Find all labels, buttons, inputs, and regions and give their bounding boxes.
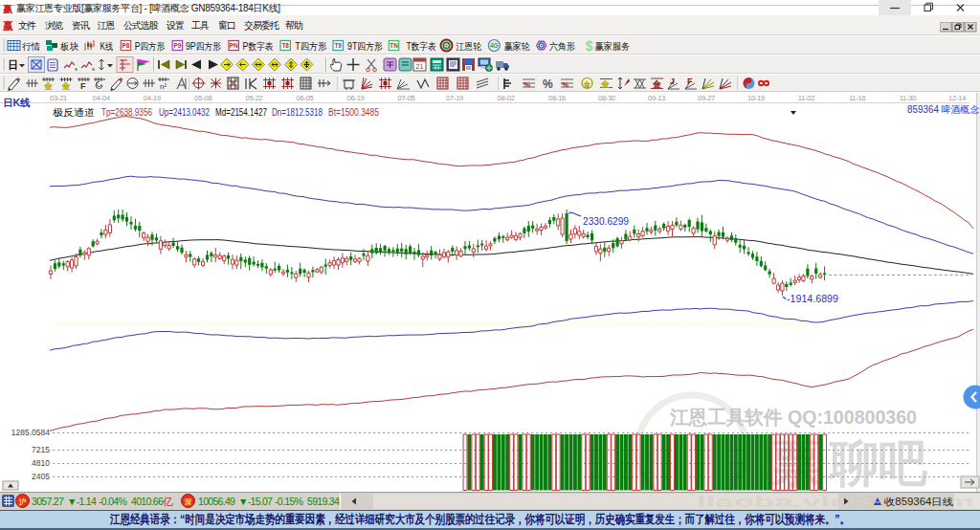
svg-text:4G: 4G: [490, 42, 499, 49]
svg-text:03-21: 03-21: [50, 94, 67, 102]
svg-text:06-19: 06-19: [346, 94, 364, 102]
svg-text:Md=2154.1427: Md=2154.1427: [215, 107, 267, 118]
svg-text:P数字表: P数字表: [243, 41, 274, 52]
svg-text:%: %: [562, 80, 568, 89]
svg-text:9T四方形: 9T四方形: [347, 41, 383, 52]
svg-text:%: %: [543, 77, 553, 91]
svg-text:n²: n²: [160, 82, 167, 91]
svg-text:▼-1.14: ▼-1.14: [67, 496, 97, 507]
svg-text:F: F: [80, 81, 86, 91]
svg-text:TN: TN: [390, 42, 398, 49]
svg-text:金: 金: [61, 81, 72, 91]
svg-text:-0.04%: -0.04%: [99, 496, 126, 507]
svg-text:5919.34: 5919.34: [307, 496, 340, 507]
svg-text:深: 深: [184, 497, 192, 506]
svg-text:亿: 亿: [163, 496, 173, 507]
svg-text:P8: P8: [122, 42, 130, 49]
svg-text:J: J: [670, 77, 675, 86]
svg-text:日K线: 日K线: [3, 97, 31, 108]
svg-text:07-05: 07-05: [397, 94, 414, 102]
svg-text:2405: 2405: [32, 472, 50, 481]
svg-text:T9: T9: [334, 42, 342, 49]
svg-text:09-27: 09-27: [698, 94, 715, 102]
svg-text:赢家轮: 赢家轮: [504, 41, 530, 52]
svg-text:11-30: 11-30: [900, 94, 917, 102]
svg-text:Up=2413.0432: Up=2413.0432: [159, 107, 210, 118]
svg-text:4010.66: 4010.66: [131, 496, 164, 507]
svg-text:04-19: 04-19: [144, 94, 161, 102]
svg-text:12-14: 12-14: [948, 94, 966, 102]
svg-text:1285.0584: 1285.0584: [11, 428, 50, 437]
svg-text:859364 啤酒概念: 859364 啤酒概念: [907, 104, 979, 115]
svg-text:PN: PN: [230, 42, 238, 49]
svg-text:江恩经典语录：“时间是决定市场走势的重要因素，经过详细研究大: 江恩经典语录：“时间是决定市场走势的重要因素，经过详细研究大市及个别股票的过往记…: [109, 512, 850, 526]
svg-text:-1914.6899: -1914.6899: [787, 293, 838, 304]
svg-text:Bt=1500.3485: Bt=1500.3485: [328, 107, 379, 118]
svg-text:3057.27: 3057.27: [32, 496, 64, 507]
svg-text:05-08: 05-08: [194, 94, 212, 102]
svg-text:极反通道: 极反通道: [52, 107, 95, 118]
svg-text:10056.49: 10056.49: [198, 496, 235, 507]
svg-text:T数字表: T数字表: [407, 41, 436, 52]
svg-text:金: 金: [600, 79, 611, 89]
svg-text:行情: 行情: [22, 41, 40, 52]
svg-text:江恩工具软件 QQ:100800360: 江恩工具软件 QQ:100800360: [669, 407, 917, 428]
svg-text:F: F: [687, 77, 693, 86]
svg-text:4810: 4810: [32, 458, 50, 468]
svg-text:08-30: 08-30: [598, 94, 615, 102]
svg-text:21: 21: [416, 63, 424, 70]
svg-text:07-19: 07-19: [446, 94, 463, 102]
svg-text:10-19: 10-19: [747, 94, 765, 102]
svg-text:六角形: 六角形: [549, 41, 575, 52]
svg-text:06-05: 06-05: [296, 94, 313, 102]
svg-text:11-02: 11-02: [798, 94, 815, 102]
svg-text:7215: 7215: [32, 445, 50, 454]
svg-text:▼-15.07: ▼-15.07: [238, 496, 273, 507]
svg-text:金: 金: [43, 81, 54, 91]
svg-text:赢家服务: 赢家服务: [595, 41, 631, 52]
svg-text:11-16: 11-16: [849, 94, 866, 102]
svg-text:P9: P9: [173, 42, 181, 49]
svg-text:s: s: [92, 66, 95, 72]
svg-text:08-02: 08-02: [498, 94, 515, 102]
svg-text:江恩轮: 江恩轮: [456, 41, 481, 52]
svg-text:T8: T8: [281, 42, 289, 49]
svg-text:沪: 沪: [18, 497, 27, 506]
svg-text:9P四方形: 9P四方形: [186, 41, 221, 52]
svg-text:-0.15%: -0.15%: [275, 496, 302, 507]
svg-text:08-16: 08-16: [548, 94, 566, 102]
svg-text:收859364日线: 收859364日线: [884, 497, 953, 507]
svg-text:Dn=1812.5318: Dn=1812.5318: [272, 107, 323, 118]
svg-text:P四方形: P四方形: [135, 41, 166, 52]
svg-text:05-22: 05-22: [245, 94, 262, 102]
svg-text:K线: K线: [100, 41, 114, 52]
svg-text:金: 金: [652, 79, 662, 89]
svg-text:板块: 板块: [59, 41, 79, 52]
svg-text:04-04: 04-04: [93, 94, 110, 102]
svg-text:s: s: [75, 66, 78, 72]
svg-text:日: 日: [8, 59, 18, 71]
svg-text:$: $: [586, 38, 593, 54]
svg-text:T四方形: T四方形: [295, 41, 326, 52]
svg-text:%: %: [523, 80, 530, 89]
svg-text:2330.6299: 2330.6299: [583, 215, 629, 227]
svg-text:09-13: 09-13: [648, 94, 665, 102]
svg-text:金: 金: [583, 80, 591, 89]
